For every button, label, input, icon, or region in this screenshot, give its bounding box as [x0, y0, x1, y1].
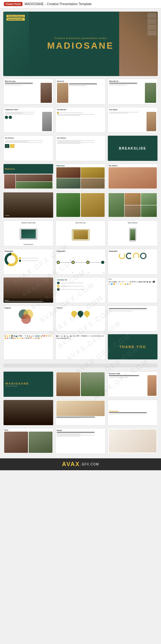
legend-text	[22, 260, 38, 261]
timeline-line	[60, 262, 71, 263]
text-line	[5, 84, 33, 84]
text-line	[69, 84, 97, 85]
slide-3-1-title: Our Service	[5, 137, 52, 139]
photo-1	[4, 174, 15, 189]
slide-6-1-title: Fashion model slide	[21, 222, 35, 224]
timeline-dot-1	[57, 261, 60, 264]
text-line	[109, 414, 147, 414]
travel-photo-2	[125, 193, 140, 205]
slide-portrait-full	[3, 400, 53, 425]
photo-grid-1	[56, 167, 80, 178]
text-line	[109, 375, 139, 376]
text-line	[109, 83, 137, 83]
slide-8-3-title: Icons	[109, 278, 157, 280]
contact-phone-icon: ☎	[57, 285, 60, 288]
slides-row-4: Madiosane Madiosane The fashion	[3, 164, 158, 190]
slide-madiosane-photos-1: Madiosane	[3, 164, 53, 190]
text-line	[109, 113, 128, 113]
slide-7-3-title: Infographic	[109, 250, 156, 252]
slide-4-1-label: Madiosane	[5, 168, 15, 170]
slide-device-mac: Fashion model slide	[3, 220, 53, 246]
madiosane-sub: Creative Presentation	[5, 385, 18, 387]
slide-9-1-title: Diagram	[5, 307, 52, 309]
slide-icons-3: ◼◻▪▫● ○■□▲△ ◆◇★☆✱ ✦✧❖✿❀ ➤➢➣➥➦ ⊕⊖⊗⊘⊙ ⊚⊛⊜⊝…	[55, 334, 106, 360]
slide-2-3-title: Our Values	[109, 109, 156, 111]
contact-title: Contact Us	[57, 279, 104, 281]
photo-grid-4	[81, 178, 105, 189]
team-photo-2	[29, 432, 52, 453]
ring-1	[119, 253, 125, 259]
photo-grid-3	[56, 178, 80, 189]
hero-title: MADIOSANE	[47, 41, 114, 51]
pair-photo-1	[56, 372, 80, 396]
photo-box	[42, 112, 52, 131]
slide-device-phone: Style features	[108, 220, 158, 246]
text-line	[56, 418, 80, 418]
slide-madiosane-photos-2: Madiosane	[55, 164, 106, 190]
slides-row-9: Diagram Feature	[3, 306, 158, 331]
slide-infographic-rings: Infographic	[108, 249, 158, 275]
text-line	[57, 115, 80, 116]
hero-badge-label: Portfolio & Business	[6, 15, 25, 17]
slide-icons-2: 🏠🌟💡📱💻 📷🎵📚✉️🔍 ⚙🔒📊📈🗂 🌍✈🚀🎯🏆 💬🤝💰📌🔗 🖼🎨🖊📐📏 🔖📋🗒…	[3, 334, 53, 360]
slide-3-2-title: Our Service	[57, 137, 104, 139]
accent-line	[109, 411, 118, 412]
avax-sub-text: .GFX.COM	[80, 463, 99, 466]
slide-about-us: About Us	[55, 79, 106, 104]
photo-2	[16, 174, 52, 181]
avax-footer: AVAX .GFX.COM	[0, 458, 161, 470]
tl-label: 02	[72, 272, 73, 273]
pair-photo-2	[81, 372, 105, 396]
slide-plain-2	[108, 428, 158, 454]
slide-1-2-title: About Us	[57, 80, 104, 82]
fashion-photo	[109, 167, 157, 189]
ring-2	[126, 253, 132, 259]
donut-chart	[5, 253, 18, 266]
text-line	[5, 114, 34, 114]
slide-photo-pair	[55, 371, 106, 397]
wave-shape-1	[70, 309, 78, 317]
breakslide-text: BREAKSLIDE	[119, 147, 146, 150]
mac-base	[24, 244, 33, 245]
bullet	[57, 112, 59, 114]
tl-label: 04	[103, 272, 104, 273]
text-line	[109, 112, 138, 112]
laptop-screen	[73, 230, 88, 239]
slide-13-2-title: Details	[57, 429, 104, 431]
text-line	[109, 377, 128, 378]
slide-editorial	[55, 400, 106, 425]
text-line	[57, 142, 95, 143]
slide-team: Team	[3, 428, 53, 454]
slide-9-2-title: Feature	[57, 307, 104, 309]
text-line	[57, 114, 95, 115]
madiosane-logo: MADIOSANE	[5, 382, 29, 385]
text-line	[5, 113, 23, 113]
hero-slide: Creative & Business presentation studio …	[3, 12, 158, 76]
travel-photo-3	[141, 193, 157, 205]
plain-bg	[109, 429, 156, 453]
slide-travel	[108, 192, 158, 218]
laptop-mockup	[72, 229, 90, 240]
timeline-line	[90, 262, 101, 263]
text-line	[109, 309, 147, 310]
text-line	[5, 141, 28, 142]
icon-circle	[5, 116, 8, 119]
slide-device-laptop: About this one	[55, 220, 106, 246]
slide-thank-you: THANK YOU	[108, 334, 158, 360]
contact-phone-text	[60, 286, 84, 287]
timeline-line	[75, 262, 86, 263]
awards-line	[5, 301, 43, 302]
slide-feature-waves: Feature	[55, 306, 106, 331]
slide-7-1-title: Infographic	[5, 250, 52, 252]
text-line	[57, 140, 95, 141]
text-line	[60, 112, 83, 113]
slide-plain-1	[108, 306, 158, 331]
text-line	[109, 376, 139, 377]
slide-infographic-timeline: Infographic 01 02 03 04	[55, 249, 106, 275]
thank-you-text: THANK YOU	[119, 345, 146, 349]
slide-fashion: The fashion	[108, 164, 158, 190]
slide-2-1-title: Traditional Travel	[5, 109, 52, 111]
timeline-dot-3	[86, 261, 90, 264]
avax-logo-text: AVAX	[62, 461, 80, 468]
slide-plain-light	[108, 400, 158, 425]
